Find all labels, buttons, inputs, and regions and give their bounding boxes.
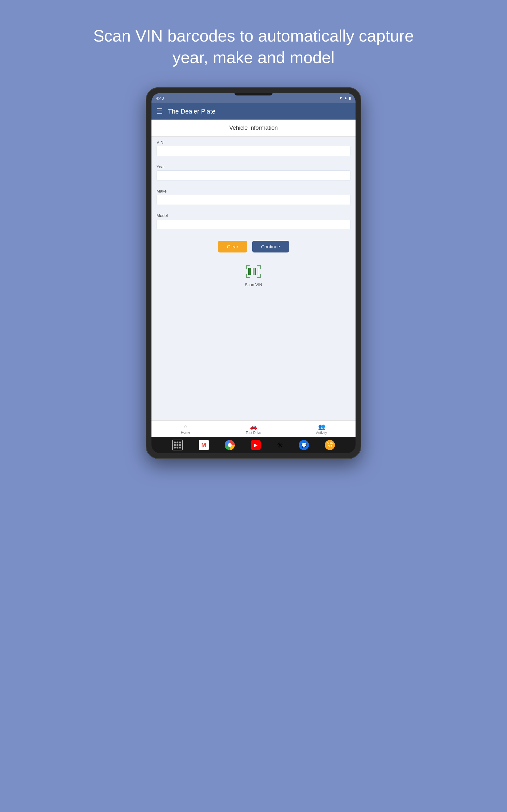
messages-icon[interactable]: 💬 <box>299 440 309 450</box>
activity-icon: 👥 <box>318 423 325 430</box>
wifi-icon: ▼ <box>339 96 343 100</box>
clear-button[interactable]: Clear <box>218 241 247 252</box>
svg-rect-2 <box>250 268 251 275</box>
vin-input[interactable] <box>157 146 350 156</box>
button-row: Clear Continue <box>152 235 355 259</box>
nav-label-home: Home <box>181 430 190 434</box>
make-input[interactable] <box>157 195 350 205</box>
model-input[interactable] <box>157 219 350 229</box>
form-group-model: Model <box>152 210 355 234</box>
camera-notch <box>234 93 273 96</box>
nav-label-activity: Activity <box>316 431 327 435</box>
tablet-outer-bezel: 4:43 ▼ ▲ ▮ ☰ The Dealer Plate Vehicle In… <box>146 87 361 459</box>
form-group-vin: VIN <box>152 137 355 160</box>
tablet-screen: 4:43 ▼ ▲ ▮ ☰ The Dealer Plate Vehicle In… <box>152 93 355 453</box>
make-label: Make <box>157 189 350 194</box>
svg-rect-3 <box>252 268 252 275</box>
nav-item-activity[interactable]: 👥 Activity <box>287 423 355 435</box>
home-icon: ⌂ <box>184 423 187 430</box>
pinwheel-icon[interactable]: ✳ <box>277 441 283 450</box>
screen-content: Vehicle Information VIN Year <box>152 119 355 437</box>
svg-rect-1 <box>249 268 250 275</box>
content-spacer <box>152 293 355 420</box>
signal-icon: ▲ <box>344 96 348 100</box>
scan-label[interactable]: Scan VIN <box>245 282 262 287</box>
chrome-icon[interactable] <box>225 440 235 450</box>
bottom-nav: ⌂ Home 🚗 Test Drive 👥 Activity <box>152 420 355 437</box>
section-header: Vehicle Information <box>152 119 355 137</box>
system-bar: M ▶ ✳ 💬 DLR-PLT <box>152 437 355 453</box>
page-title: Scan VIN barcodes to automatically captu… <box>0 0 507 87</box>
section-title: Vehicle Information <box>229 125 278 131</box>
dealer-plate-icon[interactable]: DLR-PLT <box>325 440 335 450</box>
year-input[interactable] <box>157 170 350 181</box>
model-label: Model <box>157 213 350 218</box>
barcode-icon[interactable] <box>245 265 262 281</box>
apps-grid-icon[interactable] <box>172 440 183 450</box>
nav-item-test-drive[interactable]: 🚗 Test Drive <box>220 423 288 435</box>
form-group-make: Make <box>152 186 355 209</box>
svg-rect-0 <box>248 268 249 275</box>
battery-icon: ▮ <box>349 96 351 100</box>
youtube-icon[interactable]: ▶ <box>250 440 261 450</box>
svg-rect-5 <box>254 268 255 275</box>
status-time: 4:43 <box>156 96 164 101</box>
vin-label: VIN <box>157 140 350 145</box>
svg-rect-4 <box>253 268 253 275</box>
year-label: Year <box>157 164 350 169</box>
form-container: VIN Year Make <box>152 137 355 234</box>
status-icons: ▼ ▲ ▮ <box>339 96 351 100</box>
test-drive-icon: 🚗 <box>250 423 257 430</box>
hamburger-menu-icon[interactable]: ☰ <box>157 107 163 115</box>
svg-rect-7 <box>257 268 257 275</box>
continue-button[interactable]: Continue <box>252 241 289 252</box>
tablet-device: 4:43 ▼ ▲ ▮ ☰ The Dealer Plate Vehicle In… <box>146 87 361 459</box>
svg-rect-8 <box>258 268 258 275</box>
svg-rect-6 <box>255 268 256 275</box>
gmail-icon[interactable]: M <box>199 440 209 450</box>
form-group-year: Year <box>152 161 355 185</box>
app-bar: ☰ The Dealer Plate <box>152 103 355 119</box>
scan-section[interactable]: Scan VIN <box>152 259 355 293</box>
nav-item-home[interactable]: ⌂ Home <box>152 423 220 434</box>
app-bar-title: The Dealer Plate <box>168 108 216 115</box>
nav-label-test-drive: Test Drive <box>246 431 262 435</box>
